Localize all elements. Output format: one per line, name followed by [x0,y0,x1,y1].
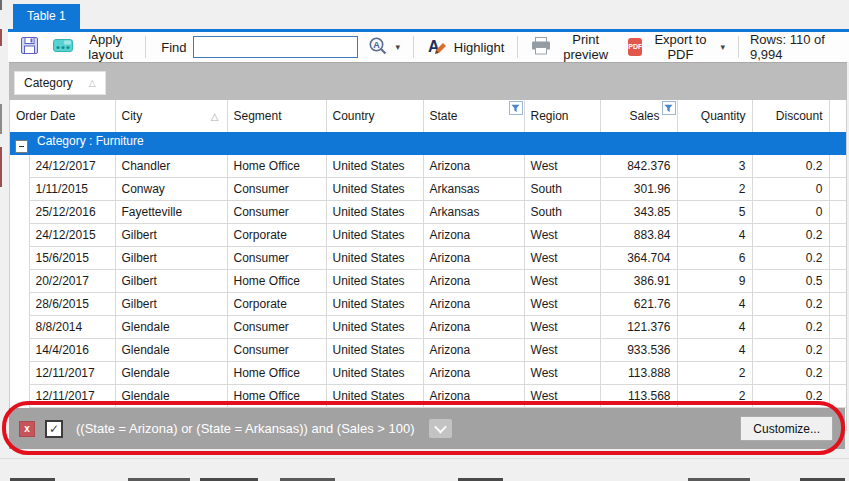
column-header-discount[interactable]: Discount [752,100,829,132]
table-cell[interactable]: Arizona [423,293,524,316]
table-cell[interactable]: Corporate [227,293,326,316]
table-cell[interactable]: 4 [677,224,752,247]
highlight-button[interactable]: A Highlight [423,35,509,60]
table-cell[interactable]: 9 [677,270,752,293]
table-cell[interactable]: 301.96 [600,178,677,201]
table-cell[interactable]: Arizona [423,270,524,293]
table-row[interactable]: 20/2/2017GilbertHome OfficeUnited States… [10,270,846,293]
table-cell[interactable]: Arizona [423,339,524,362]
table-cell[interactable]: West [524,316,600,339]
group-field-category[interactable]: Category △ [14,71,106,95]
table-cell[interactable]: 2 [677,362,752,385]
table-cell[interactable]: Home Office [227,385,326,408]
table-row[interactable]: 14/4/2016GlendaleConsumerUnited StatesAr… [10,339,846,362]
table-cell[interactable]: West [524,385,600,408]
table-cell[interactable]: 0.2 [752,385,829,408]
table-cell[interactable]: 343.85 [600,201,677,224]
table-cell[interactable]: West [524,339,600,362]
table-cell[interactable]: 386.91 [600,270,677,293]
table-cell[interactable]: 0.2 [752,247,829,270]
table-cell[interactable]: United States [326,385,423,408]
column-header-quantity[interactable]: Quantity [677,100,752,132]
table-cell[interactable]: 113.888 [600,362,677,385]
group-row[interactable]: Category : Furniture [10,132,846,155]
table-cell[interactable]: West [524,155,600,178]
filter-icon[interactable] [509,101,523,115]
table-cell[interactable]: United States [326,178,423,201]
table-cell[interactable]: South [524,201,600,224]
column-header-segment[interactable]: Segment [227,100,326,132]
column-header-region[interactable]: Region [524,100,600,132]
table-cell[interactable]: 25/12/2016 [29,201,115,224]
table-cell[interactable]: United States [326,293,423,316]
customize-button[interactable]: Customize... [740,416,833,441]
filter-icon[interactable] [662,101,676,115]
table-row[interactable]: 25/12/2016FayettevilleConsumerUnited Sta… [10,201,846,224]
table-cell[interactable]: 933.536 [600,339,677,362]
table-row[interactable]: 1/11/2015ConwayConsumerUnited StatesArka… [10,178,846,201]
table-row[interactable]: 8/8/2014GlendaleConsumerUnited StatesAri… [10,316,846,339]
table-cell[interactable]: West [524,362,600,385]
column-header-city[interactable]: City△ [115,100,227,132]
table-cell[interactable]: Arizona [423,316,524,339]
table-cell[interactable]: Conway [115,178,227,201]
table-row[interactable]: 15/6/2015GilbertConsumerUnited StatesAri… [10,247,846,270]
save-button[interactable] [16,34,43,60]
collapse-group-button[interactable] [15,140,28,153]
table-cell[interactable]: Gilbert [115,247,227,270]
table-cell[interactable]: Gilbert [115,293,227,316]
table-cell[interactable]: 621.76 [600,293,677,316]
table-cell[interactable]: United States [326,224,423,247]
table-cell[interactable]: Chandler [115,155,227,178]
table-cell[interactable]: 0.5 [752,270,829,293]
table-cell[interactable]: 4 [677,316,752,339]
table-row[interactable]: 24/12/2015GilbertCorporateUnited StatesA… [10,224,846,247]
table-cell[interactable]: 8/8/2014 [29,316,115,339]
table-cell[interactable]: United States [326,270,423,293]
table-cell[interactable]: 0 [752,201,829,224]
table-cell[interactable]: United States [326,201,423,224]
table-cell[interactable]: 2 [677,178,752,201]
table-cell[interactable]: 24/12/2017 [29,155,115,178]
table-cell[interactable]: Corporate [227,224,326,247]
table-cell[interactable]: 121.376 [600,316,677,339]
table-cell[interactable]: 14/4/2016 [29,339,115,362]
table-row[interactable]: 12/11/2017GlendaleHome OfficeUnited Stat… [10,362,846,385]
table-cell[interactable]: Gilbert [115,270,227,293]
table-cell[interactable]: Consumer [227,247,326,270]
apply-layout-button[interactable]: Apply layout [49,30,136,64]
table-cell[interactable]: Home Office [227,270,326,293]
table-cell[interactable]: 842.376 [600,155,677,178]
table-cell[interactable]: West [524,247,600,270]
table-cell[interactable]: Arkansas [423,201,524,224]
table-cell[interactable]: 20/2/2017 [29,270,115,293]
table-cell[interactable]: Glendale [115,316,227,339]
table-cell[interactable]: 4 [677,339,752,362]
table-cell[interactable]: Arizona [423,224,524,247]
table-cell[interactable]: Arizona [423,385,524,408]
table-cell[interactable]: Consumer [227,178,326,201]
table-cell[interactable]: Glendale [115,362,227,385]
filter-dropdown-button[interactable] [429,419,452,438]
table-cell[interactable]: Glendale [115,339,227,362]
tab-table-1[interactable]: Table 1 [13,4,80,29]
table-cell[interactable]: Consumer [227,339,326,362]
table-cell[interactable]: 0.2 [752,339,829,362]
table-cell[interactable]: United States [326,155,423,178]
column-header-country[interactable]: Country [326,100,423,132]
table-cell[interactable]: Arizona [423,155,524,178]
table-cell[interactable]: 0.2 [752,224,829,247]
column-header-state[interactable]: State [423,100,524,132]
table-cell[interactable]: South [524,178,600,201]
table-cell[interactable]: 15/6/2015 [29,247,115,270]
table-cell[interactable]: Home Office [227,155,326,178]
table-cell[interactable]: Arizona [423,362,524,385]
table-cell[interactable]: 24/12/2015 [29,224,115,247]
table-cell[interactable]: Consumer [227,201,326,224]
export-pdf-button[interactable]: PDF Export to PDF ▾ [624,30,729,64]
table-cell[interactable]: 113.568 [600,385,677,408]
table-cell[interactable]: 12/11/2017 [29,362,115,385]
table-cell[interactable]: Home Office [227,362,326,385]
table-cell[interactable]: 0.2 [752,316,829,339]
table-cell[interactable]: West [524,270,600,293]
